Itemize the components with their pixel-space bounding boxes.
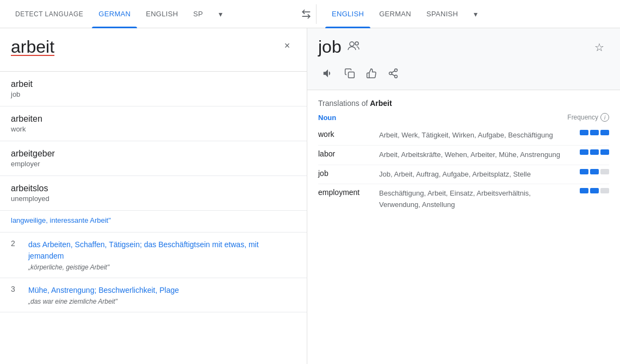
svg-line-8 <box>392 74 395 76</box>
translation-row-job: job Job, Arbeit, Auftrag, Aufgabe, Arbei… <box>318 165 609 185</box>
suggestion-main-3: arbeitslos <box>11 184 296 193</box>
nav-item-german-source[interactable]: GERMAN <box>92 0 137 28</box>
suggestion-main-2: arbeitgeber <box>11 149 296 159</box>
freq-bar-3 <box>600 169 609 174</box>
item-content-1: Mühe, Anstrengung; Beschwerlichkeit, Pla… <box>28 285 179 305</box>
nav-item-english-source[interactable]: ENGLISH <box>139 0 184 28</box>
item-content-0: das Arbeiten, Schaffen, Tätigsein; das B… <box>28 239 296 271</box>
freq-bar-2 <box>590 130 599 135</box>
item-example-0: „körperliche, geistige Arbeit" <box>28 263 296 271</box>
share-button[interactable] <box>383 64 403 83</box>
input-area: arbeit × <box>0 28 307 72</box>
swap-languages-button[interactable] <box>296 4 316 24</box>
translations-title: Translations of Arbeit <box>318 99 609 108</box>
svg-point-5 <box>395 69 398 72</box>
tr-word-work: work <box>318 130 373 139</box>
source-text-input[interactable]: arbeit <box>11 37 274 57</box>
result-word-group: job <box>318 37 360 57</box>
freq-bars-job <box>580 169 609 174</box>
freq-bar-3 <box>600 130 609 135</box>
svg-point-6 <box>389 72 392 75</box>
freq-bar-1 <box>580 169 588 174</box>
nav-right: ENGLISH GERMAN SPANISH ▾ <box>317 0 611 28</box>
tr-word-employment: employment <box>318 188 373 197</box>
freq-bars-labor <box>580 149 609 155</box>
left-panel: arbeit × arbeit job arbeiten work arbeit… <box>0 28 307 364</box>
suggestion-sub-2: employer <box>11 160 296 168</box>
audio-button[interactable] <box>318 64 338 83</box>
freq-bar-2 <box>590 188 599 193</box>
numbered-item-1[interactable]: 3 Mühe, Anstrengung; Beschwerlichkeit, P… <box>0 278 307 312</box>
freq-label: Frequency i <box>567 113 609 122</box>
result-word: job <box>318 37 342 57</box>
nav-item-spanish-target[interactable]: SPANISH <box>420 0 464 28</box>
partial-suggestion[interactable]: langweilige, interessante Arbeit" <box>0 211 307 233</box>
suggestion-main-0: arbeit <box>11 79 296 89</box>
suggestion-sub-0: job <box>11 90 296 98</box>
freq-bars-employment <box>580 188 609 193</box>
freq-bar-1 <box>580 188 588 193</box>
feedback-button[interactable] <box>362 64 381 83</box>
source-lang-dropdown[interactable]: ▾ <box>212 5 229 23</box>
suggestion-sub-3: unemployed <box>11 194 296 203</box>
tr-synonyms-labor: Arbeit, Arbeitskräfte, Wehen, Arbeiter, … <box>379 149 573 161</box>
freq-bar-1 <box>580 149 588 155</box>
nav-item-german-target[interactable]: GERMAN <box>373 0 418 28</box>
pos-section-noun: Noun Frequency i work Arbeit, Werk, Täti… <box>318 113 609 215</box>
freq-bar-3 <box>600 149 609 155</box>
star-button[interactable]: ☆ <box>590 37 609 57</box>
tr-synonyms-work: Arbeit, Werk, Tätigkeit, Wirken, Aufgabe… <box>379 130 573 141</box>
freq-bar-2 <box>590 169 599 174</box>
result-top: job ☆ <box>318 37 609 57</box>
copy-button[interactable] <box>340 64 359 83</box>
nav-item-sp-source[interactable]: SP <box>187 0 209 28</box>
numbered-item-0[interactable]: 2 das Arbeiten, Schaffen, Tätigsein; das… <box>0 233 307 278</box>
clear-button[interactable]: × <box>278 37 296 54</box>
item-main-0: das Arbeiten, Schaffen, Tätigsein; das B… <box>28 239 296 262</box>
svg-line-9 <box>392 71 395 72</box>
tr-synonyms-employment: Beschäftigung, Arbeit, Einsatz, Arbeitsv… <box>379 188 573 211</box>
item-main-1: Mühe, Anstrengung; Beschwerlichkeit, Pla… <box>28 285 179 296</box>
nav-item-detect-language[interactable]: DETECT LANGUAGE <box>9 0 90 28</box>
suggestion-item-1[interactable]: arbeiten work <box>0 106 307 141</box>
freq-bar-3 <box>600 188 609 193</box>
suggestion-item-2[interactable]: arbeitgeber employer <box>0 141 307 176</box>
target-lang-dropdown[interactable]: ▾ <box>467 5 484 23</box>
freq-bar-2 <box>590 149 599 155</box>
translations-panel: Translations of Arbeit Noun Frequency i … <box>307 90 620 364</box>
suggestion-sub-1: work <box>11 125 296 133</box>
item-num-1: 3 <box>11 285 22 305</box>
tr-synonyms-job: Job, Arbeit, Auftrag, Aufgabe, Arbeitspl… <box>379 169 573 180</box>
result-area: job ☆ <box>307 28 620 90</box>
result-actions <box>318 64 609 83</box>
suggestion-item-0[interactable]: arbeit job <box>0 72 307 106</box>
translation-row-work: work Arbeit, Werk, Tätigkeit, Wirken, Au… <box>318 126 609 146</box>
pos-header: Noun Frequency i <box>318 113 609 122</box>
freq-bars-work <box>580 130 609 135</box>
tr-word-labor: labor <box>318 149 373 158</box>
tr-word-job: job <box>318 169 373 178</box>
suggestions-list: arbeit job arbeiten work arbeitgeber emp… <box>0 72 307 364</box>
svg-point-2 <box>350 42 354 46</box>
partial-text: langweilige, interessante Arbeit" <box>11 216 296 224</box>
nav-left: DETECT LANGUAGE GERMAN ENGLISH SP ▾ <box>9 0 316 28</box>
translation-row-employment: employment Beschäftigung, Arbeit, Einsat… <box>318 184 609 215</box>
nav-item-english-target[interactable]: ENGLISH <box>325 0 370 28</box>
item-example-1: „das war eine ziemliche Arbeit" <box>28 298 179 305</box>
svg-rect-4 <box>349 72 355 78</box>
suggestion-item-3[interactable]: arbeitslos unemployed <box>0 176 307 211</box>
translation-row-labor: labor Arbeit, Arbeitskräfte, Wehen, Arbe… <box>318 146 609 165</box>
suggestion-main-1: arbeiten <box>11 114 296 124</box>
svg-point-7 <box>395 75 398 78</box>
main-content: arbeit × arbeit job arbeiten work arbeit… <box>0 28 620 364</box>
community-icon[interactable] <box>347 40 360 54</box>
right-panel: job ☆ <box>307 28 620 364</box>
freq-bar-1 <box>580 130 588 135</box>
svg-point-3 <box>355 42 358 45</box>
freq-info-icon[interactable]: i <box>600 113 609 122</box>
top-nav: DETECT LANGUAGE GERMAN ENGLISH SP ▾ ENGL… <box>0 0 620 28</box>
pos-label: Noun <box>318 114 336 122</box>
item-num-0: 2 <box>11 239 22 271</box>
